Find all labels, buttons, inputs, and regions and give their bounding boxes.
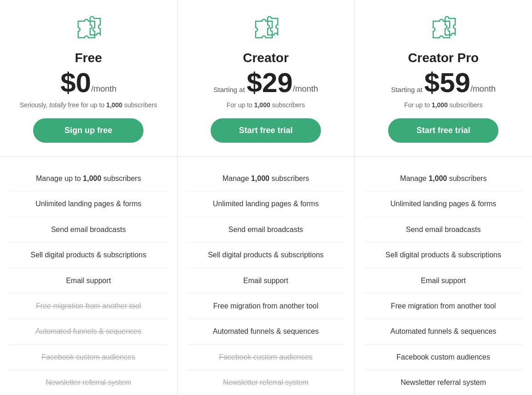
- feature-item-free-5: Free migration from another tool: [9, 294, 168, 319]
- plan-subtitle-free: Seriously, totally free for up to 1,000 …: [20, 100, 157, 110]
- plan-cta-button-free[interactable]: Sign up free: [33, 118, 143, 143]
- feature-item-free-6: Automated funnels & sequences: [9, 319, 168, 344]
- feature-item-creator-pro-5: Free migration from another tool: [364, 294, 523, 319]
- plan-col-free: Free$0/monthSeriously, totally free for …: [0, 0, 177, 395]
- plan-col-creator: CreatorStarting at $29/monthFor up to 1,…: [177, 0, 355, 395]
- plan-name-creator-pro: Creator Pro: [408, 51, 479, 65]
- feature-item-free-2: Send email broadcasts: [9, 217, 168, 243]
- plan-cta-button-creator[interactable]: Start free trial: [211, 118, 321, 143]
- plan-icon-creator-pro: [429, 14, 458, 47]
- feature-item-free-1: Unlimited landing pages & forms: [9, 192, 168, 217]
- plan-icon-creator: [251, 14, 280, 47]
- feature-item-creator-pro-8: Newsletter referral system: [364, 370, 523, 395]
- plan-icon-free: [74, 14, 103, 47]
- plan-price-period-creator: /month: [293, 84, 318, 94]
- plan-features-creator: Manage 1,000 subscribersUnlimited landin…: [177, 157, 355, 395]
- plan-header-creator: CreatorStarting at $29/monthFor up to 1,…: [177, 0, 355, 157]
- plan-price-amount-free: $0: [60, 69, 91, 97]
- plan-price-row-free: $0/month: [60, 69, 116, 97]
- feature-item-creator-6: Automated funnels & sequences: [187, 319, 345, 344]
- plan-price-amount-creator: $29: [247, 69, 293, 97]
- pricing-table: Free$0/monthSeriously, totally free for …: [0, 0, 532, 395]
- feature-item-creator-pro-3: Sell digital products & subscriptions: [364, 243, 523, 268]
- plan-features-creator-pro: Manage 1,000 subscribersUnlimited landin…: [355, 157, 532, 395]
- feature-item-creator-pro-0: Manage 1,000 subscribers: [364, 166, 523, 192]
- feature-item-creator-4: Email support: [187, 268, 345, 294]
- feature-item-creator-pro-1: Unlimited landing pages & forms: [364, 192, 523, 217]
- feature-item-creator-7: Facebook custom audiences: [187, 345, 345, 370]
- feature-item-creator-8: Newsletter referral system: [187, 370, 345, 395]
- plan-name-creator: Creator: [243, 51, 289, 65]
- plan-col-creator-pro: Creator ProStarting at $59/monthFor up t…: [355, 0, 532, 395]
- plan-subtitle-creator: For up to 1,000 subscribers: [227, 100, 305, 110]
- plan-price-amount-creator-pro: $59: [424, 69, 470, 97]
- plan-header-creator-pro: Creator ProStarting at $59/monthFor up t…: [355, 0, 532, 157]
- feature-item-creator-pro-6: Automated funnels & sequences: [364, 319, 523, 344]
- plan-header-free: Free$0/monthSeriously, totally free for …: [0, 0, 177, 157]
- feature-item-creator-pro-2: Send email broadcasts: [364, 217, 523, 243]
- feature-item-free-4: Email support: [9, 268, 168, 294]
- plan-subtitle-creator-pro: For up to 1,000 subscribers: [404, 100, 482, 110]
- plan-price-row-creator-pro: Starting at $59/month: [391, 69, 496, 97]
- plan-price-row-creator: Starting at $29/month: [213, 69, 318, 97]
- feature-item-free-3: Sell digital products & subscriptions: [9, 243, 168, 268]
- feature-item-creator-pro-7: Facebook custom audiences: [364, 345, 523, 370]
- plan-price-prefix-creator-pro: Starting at: [391, 86, 422, 93]
- feature-item-creator-2: Send email broadcasts: [187, 217, 345, 243]
- feature-item-creator-5: Free migration from another tool: [187, 294, 345, 319]
- feature-item-free-7: Facebook custom audiences: [9, 345, 168, 370]
- feature-item-creator-1: Unlimited landing pages & forms: [187, 192, 345, 217]
- plan-price-prefix-creator: Starting at: [213, 86, 245, 93]
- feature-item-creator-0: Manage 1,000 subscribers: [187, 166, 345, 192]
- feature-item-creator-pro-4: Email support: [364, 268, 523, 294]
- feature-item-creator-3: Sell digital products & subscriptions: [187, 243, 345, 268]
- plan-price-period-free: /month: [91, 84, 116, 94]
- feature-item-free-0: Manage up to 1,000 subscribers: [9, 166, 168, 192]
- plan-price-period-creator-pro: /month: [470, 84, 496, 94]
- feature-item-free-8: Newsletter referral system: [9, 370, 168, 395]
- plan-name-free: Free: [75, 51, 102, 65]
- plan-cta-button-creator-pro[interactable]: Start free trial: [388, 118, 498, 143]
- plan-features-free: Manage up to 1,000 subscribersUnlimited …: [0, 157, 177, 395]
